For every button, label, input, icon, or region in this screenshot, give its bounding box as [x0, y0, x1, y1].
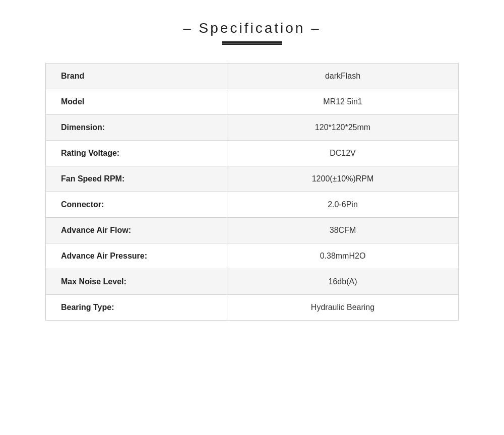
table-row: Fan Speed RPM:1200(±10%)RPM [46, 166, 459, 192]
table-row: Connector:2.0-6Pin [46, 192, 459, 218]
spec-value: 38CFM [227, 218, 459, 243]
spec-table: BranddarkFlashModelMR12 5in1Dimension:12… [45, 63, 459, 321]
table-row: Advance Air Flow:38CFM [46, 218, 459, 243]
spec-label: Advance Air Pressure: [46, 243, 227, 269]
spec-value: darkFlash [227, 64, 459, 89]
spec-label: Model [46, 89, 227, 115]
spec-label: Fan Speed RPM: [46, 166, 227, 192]
spec-label: Bearing Type: [46, 295, 227, 321]
spec-value: DC12V [227, 141, 459, 166]
table-row: Max Noise Level:16db(A) [46, 269, 459, 295]
table-row: Bearing Type:Hydraulic Bearing [46, 295, 459, 321]
page-title: – Specification – [183, 20, 321, 36]
table-row: BranddarkFlash [46, 64, 459, 89]
spec-value: 1200(±10%)RPM [227, 166, 459, 192]
spec-value: 0.38mmH2O [227, 243, 459, 269]
spec-label: Advance Air Flow: [46, 218, 227, 243]
spec-value: Hydraulic Bearing [227, 295, 459, 321]
spec-value: MR12 5in1 [227, 89, 459, 115]
spec-label: Brand [46, 64, 227, 89]
spec-value: 2.0-6Pin [227, 192, 459, 218]
spec-label: Rating Voltage: [46, 141, 227, 166]
table-row: ModelMR12 5in1 [46, 89, 459, 115]
title-divider [222, 41, 282, 43]
table-row: Advance Air Pressure:0.38mmH2O [46, 243, 459, 269]
table-row: Dimension:120*120*25mm [46, 115, 459, 141]
spec-label: Dimension: [46, 115, 227, 141]
spec-value: 120*120*25mm [227, 115, 459, 141]
spec-label: Max Noise Level: [46, 269, 227, 295]
spec-label: Connector: [46, 192, 227, 218]
spec-value: 16db(A) [227, 269, 459, 295]
table-row: Rating Voltage:DC12V [46, 141, 459, 166]
